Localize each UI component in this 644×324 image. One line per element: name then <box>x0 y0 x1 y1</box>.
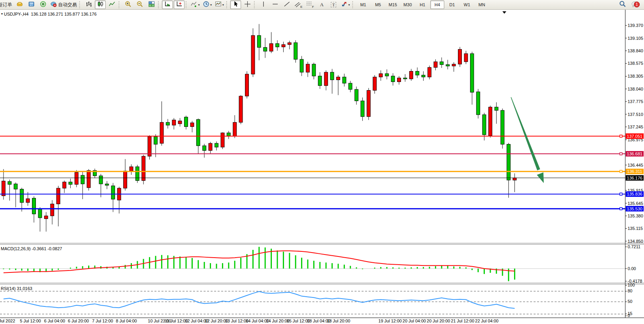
bar-chart-icon <box>85 1 92 9</box>
candle-body <box>501 110 504 144</box>
level-handle[interactable] <box>620 153 622 155</box>
notification-badge: 1 <box>634 2 640 9</box>
timeframe-button-H4[interactable]: H4 <box>430 0 444 9</box>
toolbar-separator <box>352 1 355 8</box>
candle-body <box>349 83 352 89</box>
chart-shift-button[interactable] <box>174 0 185 9</box>
candle-body <box>8 182 11 184</box>
price-badge-label: 136.176 <box>627 176 642 180</box>
level-handle[interactable] <box>620 193 622 195</box>
rsi-tick-label: 0 <box>628 313 630 318</box>
candle-body <box>185 117 188 126</box>
candle-body <box>178 121 182 124</box>
timeframe-button-MN[interactable]: MN <box>475 0 489 9</box>
candle-body <box>476 92 480 115</box>
timeframe-button-W1[interactable]: W1 <box>460 0 474 9</box>
periods-button[interactable] <box>202 0 213 9</box>
toolbar-separator <box>226 1 229 8</box>
candle-body <box>415 71 419 75</box>
price-badge-label: 137.051 <box>627 134 642 139</box>
deposit-button[interactable] <box>14 0 25 9</box>
text-label-tool-button[interactable]: T <box>328 0 339 9</box>
time-axis-label: 22 Jul 04:00 <box>475 319 499 323</box>
price-badge-label: 136.681 <box>627 151 642 156</box>
candle-body <box>75 173 78 185</box>
toolbar-separator <box>158 1 161 8</box>
time-axis-label: 20 Jul 20:00 <box>427 319 450 323</box>
vertical-line-tool-button[interactable] <box>258 0 269 9</box>
new-order-button[interactable]: 新订单 <box>0 0 13 9</box>
candle-body <box>391 76 395 82</box>
text-tool-glyph: A <box>320 2 323 8</box>
price-tick-label: 138.305 <box>628 74 643 78</box>
fibonacci-icon <box>306 1 312 9</box>
signals-button[interactable] <box>37 0 48 9</box>
timeframe-group: M1M5M15M30H1H4D1W1MN <box>356 0 489 9</box>
chart-area[interactable]: 139.370139.105138.840138.575138.305138.0… <box>0 10 644 324</box>
zoom-in-button[interactable] <box>122 0 133 9</box>
candle-body <box>221 133 224 147</box>
price-tick-label: 136.445 <box>628 163 643 167</box>
equidistant-channel-icon <box>295 1 300 9</box>
bar-chart-button[interactable] <box>83 0 94 9</box>
price-tick-label: 139.105 <box>628 36 643 41</box>
auto-trading-button[interactable]: 自动交易 <box>49 0 78 9</box>
horizontal-line-icon <box>272 1 279 9</box>
channel-tool-button[interactable]: E <box>293 0 304 9</box>
price-chart-canvas[interactable]: 139.370139.105138.840138.575138.305138.0… <box>0 10 644 324</box>
text-tool-button[interactable]: A <box>316 0 327 9</box>
candle-body <box>215 143 218 147</box>
gold-icon <box>16 1 23 9</box>
level-handle[interactable] <box>620 135 622 137</box>
level-handle[interactable] <box>620 170 622 173</box>
rsi-tick-label: 80 <box>628 288 632 293</box>
candle-body <box>513 178 516 180</box>
scroll-position-marker <box>502 11 506 14</box>
timeframe-button-M1[interactable]: M1 <box>356 0 370 9</box>
down-arrow-annotation[interactable] <box>511 97 540 171</box>
level-handle[interactable] <box>620 208 622 210</box>
timeframe-button-H1[interactable]: H1 <box>415 0 429 9</box>
timeframe-button-M15[interactable]: M15 <box>386 0 400 9</box>
line-chart-button[interactable] <box>106 0 117 9</box>
candle-body <box>209 143 212 150</box>
macd-tick-label: 0.7211 <box>628 244 640 249</box>
arrows-tool-button[interactable] <box>340 0 351 9</box>
cursor-button[interactable] <box>230 0 241 9</box>
price-tick-label: 137.245 <box>628 125 643 129</box>
time-axis-label: 14 Jul 20:00 <box>266 319 289 323</box>
candlestick-chart-button[interactable] <box>95 0 106 9</box>
candle-body <box>422 75 425 77</box>
fibonacci-tool-button[interactable]: F <box>305 0 316 9</box>
auto-scroll-button[interactable] <box>162 0 173 9</box>
candle-body <box>276 44 279 47</box>
toolbar-separator <box>79 1 82 8</box>
candle-body <box>136 167 139 180</box>
cursor-arrow-icon <box>232 1 239 9</box>
notifications-button[interactable]: 1 <box>629 0 641 9</box>
indicators-button[interactable] <box>190 0 201 9</box>
charts-window-button[interactable] <box>26 0 37 9</box>
zoom-out-button[interactable] <box>134 0 145 9</box>
timeframe-button-M5[interactable]: M5 <box>371 0 385 9</box>
rsi-line <box>4 292 514 308</box>
candle-body <box>202 146 206 150</box>
candle-body <box>142 156 145 180</box>
candle-body <box>464 53 468 62</box>
time-axis-label: 15 Jul 12:00 <box>287 319 310 323</box>
candle-body <box>32 198 36 214</box>
time-axis-label: Jul 2022 <box>0 319 15 323</box>
tile-windows-button[interactable] <box>146 0 157 9</box>
timeframe-button-M30[interactable]: M30 <box>401 0 415 9</box>
horizontal-line-tool-button[interactable] <box>270 0 280 9</box>
candle-body <box>257 36 261 48</box>
candle-body <box>446 64 449 66</box>
trendline-tool-button[interactable] <box>281 0 292 9</box>
search-button[interactable] <box>617 0 628 9</box>
crosshair-button[interactable] <box>242 0 253 9</box>
time-axis-label: 14 Jul 04:00 <box>246 319 269 323</box>
timeframe-button-D1[interactable]: D1 <box>445 0 459 9</box>
candle-body <box>385 74 389 76</box>
candle-body <box>403 78 407 79</box>
templates-button[interactable] <box>214 0 225 9</box>
